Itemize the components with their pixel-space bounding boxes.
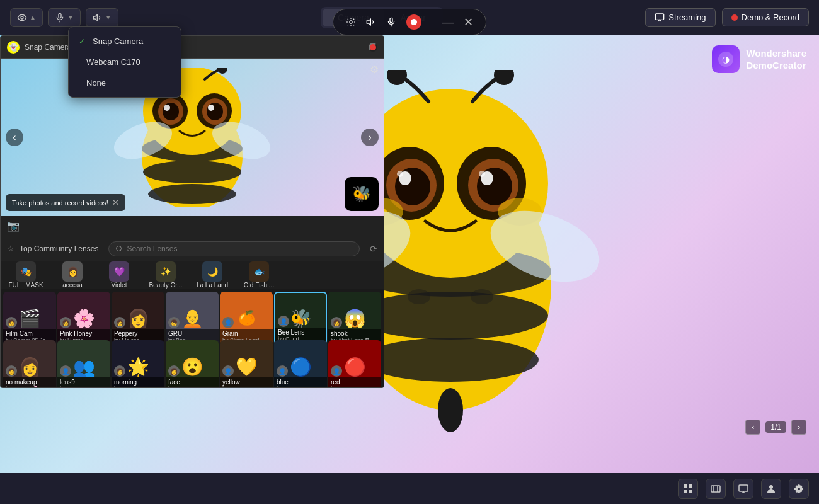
lens-avatar-13: 👤 [331, 365, 342, 377]
float-minimize-icon[interactable]: — [442, 16, 454, 29]
search-icon [115, 245, 123, 253]
svg-point-42 [350, 21, 352, 23]
lens-cell-10[interactable]: 😮 👩 face by user [166, 340, 219, 387]
dropdown-item-none[interactable]: None [69, 72, 181, 93]
dropdown-item-webcam-label: Webcam C170 [86, 57, 140, 67]
lens-search-bar[interactable] [108, 241, 360, 256]
camera-icon [17, 13, 27, 23]
screen-button[interactable] [733, 479, 753, 499]
dropdown-item-snap-label: Snap Camera [93, 37, 143, 46]
lens-browser: ☆ Top Community Lenses ⟳ 🎭 FULL MASK 👩 a… [1, 236, 384, 387]
lens-search-input[interactable] [127, 244, 353, 253]
record-button[interactable] [406, 14, 421, 30]
snap-camera-window: 👻 Snap Camera [0, 35, 384, 388]
featured-item-3[interactable]: ✨ Beauty Gr... [143, 261, 188, 289]
lens-name-6: shook [331, 330, 379, 337]
svg-point-49 [148, 184, 236, 204]
next-page-button[interactable]: › [791, 420, 806, 435]
preview-bg [1, 59, 384, 216]
screen-icon [738, 484, 748, 494]
camera-input-button[interactable]: ▲ [10, 8, 43, 27]
lens-cell-5[interactable]: 🐝 👤 Bee Lens by Court [274, 292, 327, 345]
snap-title-label: Snap Camera [25, 43, 71, 52]
lens-author-12: by user [277, 386, 324, 387]
lens-info-13: red by user [328, 377, 381, 387]
slides-icon [711, 484, 721, 494]
lens-cell-7[interactable]: 👩 👩 no makeup by nagone🌸 [3, 340, 56, 387]
lens-avatar-3: 👦 [168, 317, 180, 328]
lens-name-0: Film Cam [6, 330, 54, 337]
svg-rect-32 [689, 484, 692, 488]
featured-item-4[interactable]: 🌙 La La Land [190, 261, 235, 289]
lens-cell-11[interactable]: 💛 👤 yellow by user [220, 340, 273, 387]
snap-toast-text: Take photos and record videos! [12, 199, 108, 207]
featured-name-4: La La Land [197, 282, 228, 289]
top-bar-right: Streaming Demo & Record [645, 8, 809, 27]
watermark-text: Wondershare DemoCreator [746, 47, 806, 72]
float-close-icon[interactable]: ✕ [464, 15, 473, 29]
featured-thumb-5: 🐟 [249, 261, 269, 282]
mic-float-icon [386, 17, 396, 27]
dropdown-item-snap[interactable]: Snap Camera [69, 31, 181, 52]
lens-cell-2[interactable]: 👩 👩 Peppery by Maicca [112, 292, 164, 345]
float-mic-icon[interactable] [386, 17, 396, 27]
float-speaker-icon[interactable] [366, 17, 376, 27]
svg-point-60 [217, 68, 227, 74]
lens-name-11: yellow [222, 379, 270, 386]
featured-name-5: Old Fish ... [244, 282, 274, 289]
streaming-button[interactable]: Streaming [645, 8, 715, 27]
featured-item-0[interactable]: 🎭 FULL MASK [3, 261, 49, 289]
lens-avatar-10: 👩 [168, 365, 180, 377]
svg-point-28 [471, 289, 493, 304]
preview-arrow-right[interactable]: › [361, 129, 379, 146]
lens-avatar-5: 👤 [278, 316, 289, 327]
featured-item-1[interactable]: 👩 acccaa [50, 261, 95, 289]
lens-cell-12[interactable]: 🔵 👤 blue by user [274, 340, 327, 387]
stream-icon [655, 13, 665, 23]
lens-avatar-6: 👩 [331, 317, 342, 328]
toast-close-button[interactable]: ✕ [112, 198, 119, 207]
dropdown-item-webcam[interactable]: Webcam C170 [69, 52, 181, 72]
lens-cell-4[interactable]: 🍊 👤 Grain by Slime Local... [220, 292, 273, 345]
mic-button[interactable]: ▼ [48, 8, 81, 27]
lens-cell-9[interactable]: 🌟 👩 morning by user [112, 340, 164, 387]
snap-watermark: 🐝 [345, 177, 379, 211]
top-bar-left: ▲ ▼ ▼ [10, 8, 118, 27]
svg-point-58 [208, 105, 214, 111]
lens-name-10: face [168, 379, 216, 386]
snap-close-button[interactable] [369, 43, 377, 52]
svg-line-64 [121, 250, 122, 251]
lens-cell-0[interactable]: 🎬 🧑 Film Cam by Camer 25 Jan... [3, 292, 56, 345]
featured-item-2[interactable]: 💜 Violet [96, 261, 142, 289]
snap-titlebar: 👻 Snap Camera [1, 36, 384, 59]
refresh-button[interactable]: ⟳ [370, 244, 377, 254]
layout-icon [683, 484, 693, 494]
person-button[interactable] [761, 479, 781, 499]
speaker-float-icon [366, 17, 376, 27]
lens-cell-3[interactable]: 🧑‍🦲 👦 GRU by Bee [166, 292, 219, 345]
lens-author-8: by user [60, 386, 108, 387]
lens-author-7: by nagone🌸 [6, 386, 54, 387]
settings2-button[interactable] [789, 479, 809, 499]
rec-inner-icon [411, 19, 417, 25]
snap-settings-button[interactable]: ⚙ [370, 64, 379, 76]
lens-cell-1[interactable]: 🌸 👩 Pink Honey by Hippie [57, 292, 110, 345]
star-icon[interactable]: ☆ [7, 244, 14, 253]
lens-cell-6[interactable]: 😱 👩 shook by Abst Lens ✪ [328, 292, 381, 345]
lens-info-8: lens9 by user [57, 377, 110, 387]
lens-info-10: face by user [166, 377, 219, 387]
float-settings-icon[interactable] [346, 17, 356, 27]
floating-toolbar: — ✕ [333, 9, 486, 35]
demo-record-button[interactable]: Demo & Record [722, 8, 809, 26]
slides-button[interactable] [706, 479, 726, 499]
featured-item-5[interactable]: 🐟 Old Fish ... [236, 261, 282, 289]
prev-page-button[interactable]: ‹ [745, 420, 760, 435]
preview-arrow-left[interactable]: ‹ [6, 129, 23, 146]
lens-cell-13[interactable]: 🔴 👤 red by user [328, 340, 381, 387]
speaker-button[interactable]: ▼ [86, 8, 118, 27]
bottom-toolbar [0, 472, 819, 504]
layout-button[interactable] [678, 479, 698, 499]
snap-camera-capture-button[interactable]: 📷 [7, 220, 20, 232]
streaming-label: Streaming [668, 13, 706, 22]
lens-cell-8[interactable]: 👥 👤 lens9 by user [57, 340, 110, 387]
